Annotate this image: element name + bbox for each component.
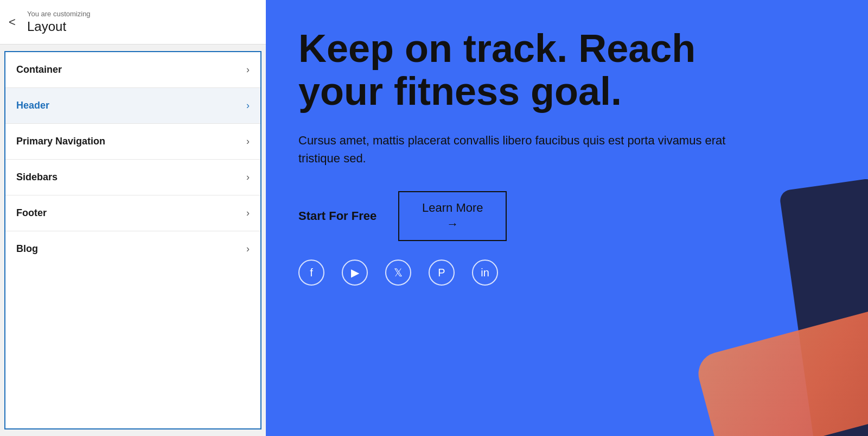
nav-item-chevron-container: › <box>246 64 250 75</box>
social-row: f▶𝕏Pin <box>298 260 835 286</box>
start-free-button[interactable]: Start For Free <box>298 209 376 223</box>
social-icon-facebook[interactable]: f <box>298 260 324 286</box>
hero-title: Keep on track. Reach your fitness goal. <box>298 27 787 113</box>
deco-orange-shape <box>694 299 868 436</box>
back-button[interactable]: < <box>9 15 16 29</box>
nav-item-label-footer: Footer <box>16 207 47 219</box>
right-panel: Keep on track. Reach your fitness goal. … <box>266 0 868 436</box>
nav-item-chevron-sidebars: › <box>246 172 250 183</box>
left-panel: < You are customizing Layout Container ›… <box>0 0 266 436</box>
customizing-sub-label: You are customizing <box>27 10 255 18</box>
learn-more-label: Learn More <box>422 201 483 215</box>
nav-item-container[interactable]: Container › <box>5 52 260 88</box>
nav-item-sidebars[interactable]: Sidebars › <box>5 160 260 195</box>
learn-more-button[interactable]: Learn More → <box>398 191 507 241</box>
nav-item-label-primary-navigation: Primary Navigation <box>16 136 105 147</box>
nav-item-footer[interactable]: Footer › <box>5 195 260 231</box>
nav-item-label-sidebars: Sidebars <box>16 172 58 183</box>
customizing-title: Layout <box>27 19 255 34</box>
social-icon-youtube[interactable]: ▶ <box>342 260 368 286</box>
nav-item-chevron-footer: › <box>246 207 250 219</box>
nav-item-blog[interactable]: Blog › <box>5 231 260 267</box>
nav-item-header[interactable]: Header › <box>5 88 260 124</box>
nav-item-label-header: Header <box>16 100 49 111</box>
nav-item-label-blog: Blog <box>16 243 38 255</box>
nav-item-label-container: Container <box>16 64 62 75</box>
nav-item-chevron-header: › <box>246 100 250 111</box>
social-icon-linkedin[interactable]: in <box>472 260 498 286</box>
nav-item-chevron-blog: › <box>246 243 250 255</box>
social-icon-pinterest[interactable]: P <box>429 260 455 286</box>
hero-description: Cursus amet, mattis placerat convallis l… <box>298 131 743 167</box>
learn-more-arrow: → <box>446 217 458 231</box>
nav-item-primary-navigation[interactable]: Primary Navigation › <box>5 124 260 160</box>
nav-list: Container › Header › Primary Navigation … <box>4 51 261 429</box>
cta-row: Start For Free Learn More → <box>298 191 835 241</box>
nav-item-chevron-primary-navigation: › <box>246 136 250 147</box>
social-icon-twitter[interactable]: 𝕏 <box>385 260 411 286</box>
customizing-header: < You are customizing Layout <box>0 0 266 45</box>
